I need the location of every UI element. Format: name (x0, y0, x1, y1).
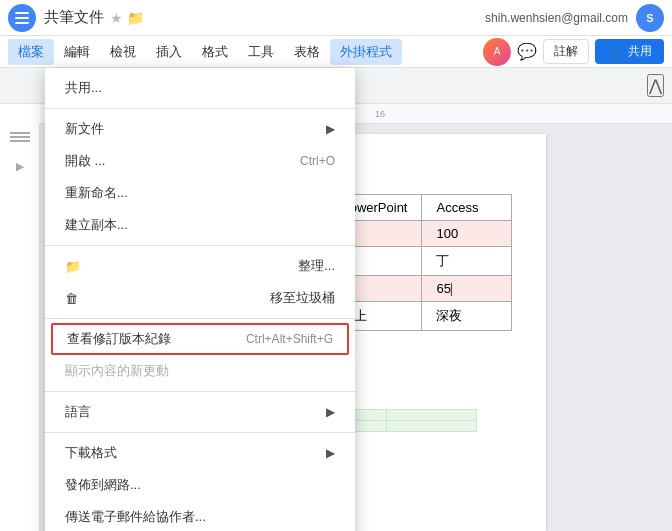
dropdown-item-download-label: 下載格式 (65, 444, 117, 462)
sidebar-left: ▶ (0, 124, 40, 531)
menu-item-view[interactable]: 檢視 (100, 39, 146, 65)
dropdown-item-open[interactable]: 開啟 ... Ctrl+O (45, 145, 355, 177)
dropdown-item-email-collab-label: 傳送電子郵件給協作者... (65, 508, 206, 526)
menu-item-table[interactable]: 表格 (284, 39, 330, 65)
dropdown-item-organize-label: 整理... (298, 257, 335, 275)
dropdown-item-organize-icon: 📁 (65, 259, 81, 274)
text-cursor (451, 283, 452, 296)
dropdown-item-history[interactable]: 查看修訂版本紀錄 Ctrl+Alt+Shift+G (51, 323, 349, 355)
divider-3 (45, 318, 355, 319)
dropdown-item-publish-label: 發佈到網路... (65, 476, 141, 494)
dropdown-item-language-label: 語言 (65, 403, 91, 421)
hamburger-icon[interactable] (8, 4, 36, 32)
user-email: shih.wenhsien@gmail.com (485, 11, 628, 25)
menu-item-file[interactable]: 檔案 (8, 39, 54, 65)
dropdown-item-organize[interactable]: 📁 整理... (45, 250, 355, 282)
top-bar-right: shih.wenhsien@gmail.com S (485, 4, 664, 32)
dropdown-item-rename[interactable]: 重新命名... (45, 177, 355, 209)
table-header-access: Access (422, 195, 512, 221)
dropdown-item-copy-label: 建立副本... (65, 216, 128, 234)
dropdown-item-share-label: 共用... (65, 79, 102, 97)
dropdown-item-open-label: 開啟 ... (65, 152, 105, 170)
dropdown-item-trash-icon: 🗑 (65, 291, 78, 306)
dropdown-item-trash-label: 移至垃圾桶 (270, 289, 335, 307)
toolbar-avatar: A (483, 38, 511, 66)
divider-5 (45, 432, 355, 433)
dropdown-item-new[interactable]: 新文件 ▶ (45, 113, 355, 145)
sidebar-collapse-icon[interactable] (10, 132, 30, 152)
dropdown-history-shortcut: Ctrl+Alt+Shift+G (246, 332, 333, 346)
menu-bar-right: A 💬 註解 👤 共用 (483, 38, 664, 66)
dropdown-language-arrow: ▶ (326, 405, 335, 419)
dropdown-item-copy[interactable]: 建立副本... (45, 209, 355, 241)
menu-item-addons[interactable]: 外掛程式 (330, 39, 402, 65)
dropdown-item-share[interactable]: 共用... (45, 72, 355, 104)
collapse-button[interactable]: ⋀ (647, 74, 664, 97)
table-empty-cell-3 (387, 410, 477, 421)
dropdown-item-rename-label: 重新命名... (65, 184, 128, 202)
menu-item-format[interactable]: 格式 (192, 39, 238, 65)
comment-button[interactable]: 💬 (517, 42, 537, 61)
table-empty-cell-6 (387, 421, 477, 432)
ruler-num-16: 16 (360, 109, 400, 119)
menu-item-tools[interactable]: 工具 (238, 39, 284, 65)
divider-1 (45, 108, 355, 109)
dropdown-item-email-collab[interactable]: 傳送電子郵件給協作者... (45, 501, 355, 531)
dropdown-new-arrow: ▶ (326, 122, 335, 136)
dropdown-item-publish[interactable]: 發佈到網路... (45, 469, 355, 501)
dropdown-item-newchanges: 顯示內容的新更動 (45, 355, 355, 387)
dropdown-item-history-label: 查看修訂版本紀錄 (67, 330, 171, 348)
table-cell-100: 100 (422, 221, 512, 247)
dropdown-item-new-label: 新文件 (65, 120, 104, 138)
share-label: 共用 (628, 43, 652, 60)
menu-bar: 檔案 編輯 檢視 插入 格式 工具 表格 外掛程式 A 💬 註解 👤 共用 (0, 36, 672, 68)
dropdown-download-arrow: ▶ (326, 446, 335, 460)
menu-item-edit[interactable]: 編輯 (54, 39, 100, 65)
dropdown-item-language[interactable]: 語言 ▶ (45, 396, 355, 428)
dropdown-menu: 共用... 新文件 ▶ 開啟 ... Ctrl+O 重新命名... 建立副本..… (45, 68, 355, 531)
divider-4 (45, 391, 355, 392)
dropdown-item-newchanges-label: 顯示內容的新更動 (65, 362, 169, 380)
table-cell-ding: 丁 (422, 247, 512, 276)
dropdown-open-shortcut: Ctrl+O (300, 154, 335, 168)
top-bar: 共筆文件 ★ 📁 shih.wenhsien@gmail.com S (0, 0, 672, 36)
collapse-icon: ⋀ (649, 77, 662, 94)
dropdown-item-trash[interactable]: 🗑 移至垃圾桶 (45, 282, 355, 314)
doc-title: 共筆文件 (44, 8, 104, 27)
divider-2 (45, 245, 355, 246)
sidebar-arrow-icon[interactable]: ▶ (16, 160, 24, 173)
avatar[interactable]: S (636, 4, 664, 32)
annotate-button[interactable]: 註解 (543, 39, 589, 64)
share-icon: 👤 (607, 44, 624, 60)
folder-icon[interactable]: 📁 (127, 10, 144, 26)
menu-item-insert[interactable]: 插入 (146, 39, 192, 65)
star-icon[interactable]: ★ (110, 10, 123, 26)
hamburger-lines (15, 12, 29, 24)
dropdown-item-download[interactable]: 下載格式 ▶ (45, 437, 355, 469)
share-button[interactable]: 👤 共用 (595, 39, 664, 64)
table-cell-midnight: 深夜 (422, 302, 512, 331)
table-cell-65: 65 (422, 276, 512, 302)
